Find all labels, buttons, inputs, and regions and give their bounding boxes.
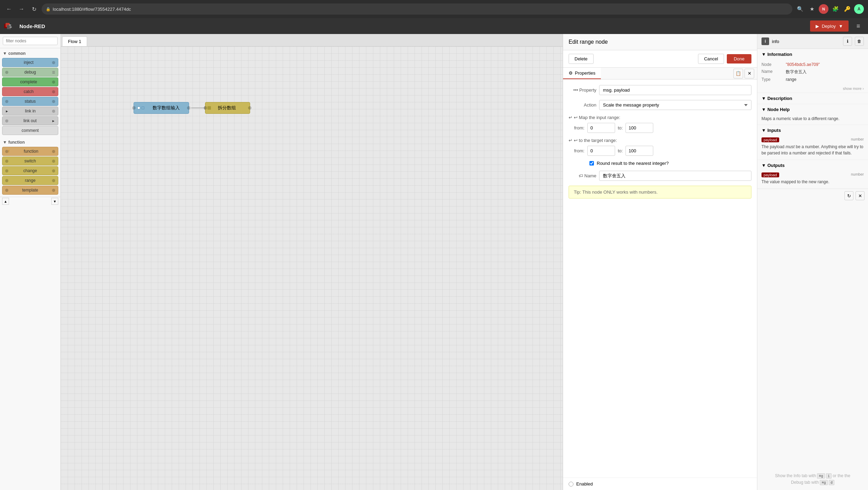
info-name-row: Name 数字舍五入 [761, 68, 864, 76]
show-more-link[interactable]: show more › [757, 86, 868, 93]
info-header-btn-1[interactable]: ℹ [843, 37, 852, 46]
node-switch[interactable]: switch [2, 157, 58, 166]
node-comment[interactable]: comment [2, 126, 58, 135]
info-section-inputs-header[interactable]: ▼ Inputs [757, 125, 868, 136]
deploy-arrow-icon: ▼ [839, 24, 843, 29]
target-to-value[interactable] [626, 146, 653, 156]
reload-button[interactable]: ↻ [29, 4, 39, 14]
forward-button[interactable]: → [17, 4, 26, 14]
info-header-btn-2[interactable]: 🗑 [855, 37, 864, 46]
scroll-up-button[interactable]: ▲ [2, 198, 9, 205]
canvas-node-array-input[interactable]: 数字数组输入 [134, 102, 189, 114]
node-complete[interactable]: complete [2, 77, 58, 86]
main-content: ▼ common inject debug ☰ complete ca [0, 34, 868, 490]
node-range-label: range [8, 178, 52, 183]
info-section-outputs: ▼ Outputs payload number The value mappe… [757, 160, 868, 189]
node-catch[interactable]: catch [2, 87, 58, 96]
topbar: Node-RED ▶ Deploy ▼ ≡ [0, 18, 868, 34]
info-node-value: "8054bdc5.ae709" [786, 62, 864, 67]
node-comment-label: comment [5, 128, 55, 133]
info-type-label: Type [761, 77, 786, 82]
node-function[interactable]: f function [2, 147, 58, 156]
hint-the-text: the [844, 473, 850, 478]
flow-tab-1[interactable]: Flow 1 [62, 36, 87, 46]
node-status[interactable]: status [2, 97, 58, 106]
property-input[interactable] [599, 85, 751, 95]
bookmark-button[interactable]: ★ [807, 4, 817, 14]
info-panel: i info ℹ 🗑 ▼ Information Node "8054bdc5.… [757, 34, 868, 490]
copy-icon-button[interactable]: 📋 [733, 69, 743, 78]
lock-icon: 🔒 [46, 7, 51, 11]
avatar[interactable]: A [854, 4, 864, 14]
edit-panel-title: Edit range node [569, 39, 608, 45]
node-debug[interactable]: debug ☰ [2, 68, 58, 77]
deploy-label: Deploy [822, 24, 836, 29]
extension-icon: N [819, 4, 828, 14]
input-to-value[interactable] [626, 123, 653, 133]
tab-bar: Flow 1 [61, 34, 563, 47]
scroll-down-button[interactable]: ▼ [51, 198, 58, 205]
canvas-arrow-1 [191, 108, 205, 108]
close-icon-button[interactable]: ✕ [744, 69, 754, 78]
info-bottom-actions: ↻ ✕ [757, 189, 868, 202]
info-close-button[interactable]: ✕ [856, 191, 865, 200]
node-template-label: template [8, 188, 52, 193]
deploy-button[interactable]: ▶ Deploy ▼ [810, 20, 849, 32]
canvas-area: Flow 1 数字数组输入 [61, 34, 563, 490]
node-inject-right-port [52, 61, 55, 64]
round-label[interactable]: Round result to the nearest integer? [597, 161, 669, 166]
node-linkin[interactable]: ► link in [2, 107, 58, 116]
target-range-inputs: from: to: [569, 146, 751, 156]
chevron-outputs-icon: ▼ [761, 163, 766, 168]
category-common-header[interactable]: ▼ common [0, 50, 60, 57]
tab-properties[interactable]: ⚙ Properties [563, 68, 601, 79]
action-select[interactable]: Scale the message property Clamp the mes… [599, 100, 751, 110]
node-linkout[interactable]: link out ► [2, 116, 58, 125]
info-section-information-title: Information [767, 52, 792, 57]
info-section-inputs-title: Inputs [767, 128, 781, 133]
category-function-label: function [8, 140, 25, 145]
info-section-nodehelp-header[interactable]: ▼ Node Help [757, 104, 868, 115]
node-template[interactable]: template [2, 186, 58, 195]
cancel-button[interactable]: Cancel [698, 54, 724, 64]
node-inject[interactable]: inject [2, 58, 58, 67]
info-section-information-header[interactable]: ▼ Information [757, 49, 868, 60]
hamburger-button[interactable]: ≡ [853, 20, 864, 32]
canvas[interactable]: 数字数组输入 拆分数组 [61, 47, 563, 490]
node-linkout-label: link out [8, 118, 52, 123]
input-range-label-text: ↩ Map the input range: [574, 115, 620, 120]
address-bar[interactable]: 🔒 localhost:1880/#flow/73554227.4474dc [42, 3, 792, 15]
delete-button[interactable]: Delete [569, 54, 594, 64]
name-row: 🏷 Name [569, 171, 751, 181]
round-checkbox[interactable] [589, 161, 594, 166]
outputs-payload-row: payload number [761, 172, 864, 179]
done-button[interactable]: Done [727, 54, 751, 64]
canvas-input-icon [137, 107, 140, 109]
node-debug-left-port [5, 71, 8, 74]
canvas-node-split[interactable]: 拆分数组 [205, 102, 250, 114]
hint-shortcut-i: i [826, 473, 832, 479]
node-switch-right-port [52, 160, 55, 163]
info-refresh-button[interactable]: ↻ [844, 191, 853, 200]
filter-nodes-input[interactable] [3, 37, 58, 45]
hint-shortcut-d: d [829, 480, 834, 485]
category-function-header[interactable]: ▼ function [0, 138, 60, 146]
hint-shortcut-cmd-g-1: ⌘g [817, 473, 825, 479]
name-input[interactable] [599, 171, 751, 181]
search-button[interactable]: 🔍 [795, 4, 805, 14]
info-section-nodehelp-title: Node Help [767, 107, 790, 112]
ext-puzzle-button[interactable]: 🧩 [831, 4, 840, 14]
info-section-outputs-header[interactable]: ▼ Outputs [757, 160, 868, 171]
node-range[interactable]: range [2, 176, 58, 185]
inputs-payload-row: payload number [761, 137, 864, 144]
node-complete-label: complete [5, 79, 52, 84]
back-button[interactable]: ← [4, 4, 14, 14]
chevron-down-icon: ▼ [3, 51, 7, 56]
info-section-description-header[interactable]: ▼ Description [757, 93, 868, 104]
browser-chrome: ← → ↻ 🔒 localhost:1880/#flow/73554227.44… [0, 0, 868, 18]
input-from-value[interactable] [587, 123, 615, 133]
map-input-icon: ↵ [569, 115, 572, 120]
target-from-value[interactable] [587, 146, 615, 156]
node-change[interactable]: change [2, 166, 58, 175]
ext-key-button[interactable]: 🔑 [842, 4, 852, 14]
